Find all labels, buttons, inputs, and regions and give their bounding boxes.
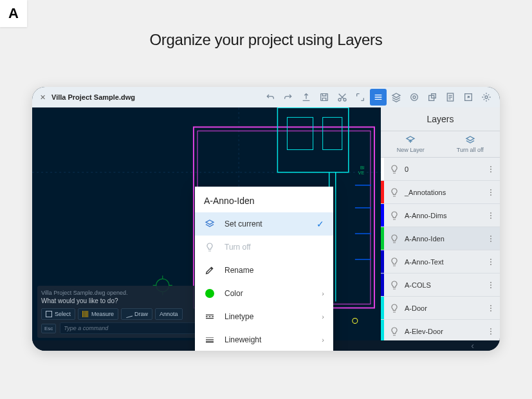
marketing-headline: Organize your project using Layers — [0, 31, 532, 49]
svg-text:BI: BI — [360, 165, 365, 170]
context-menu-item-color[interactable]: Color› — [195, 282, 333, 305]
layer-options-icon[interactable] — [486, 305, 496, 311]
back-icon[interactable]: ‹ — [471, 340, 474, 351]
context-menu-label: Lineweight — [225, 335, 261, 344]
context-menu-item-linetype[interactable]: Linetype› — [195, 305, 333, 328]
command-prompt: What would you like to do? — [41, 297, 201, 304]
layer-color-strip — [381, 320, 384, 340]
blocks-icon[interactable] — [424, 89, 441, 106]
svg-point-9 — [485, 96, 488, 98]
chevron-right-icon: › — [322, 336, 324, 344]
tablet-frame: ✕ Villa Project Sample.dwg — [32, 87, 500, 351]
layer-row[interactable]: A-COLS — [381, 274, 500, 297]
context-menu-item-turn-off: Turn off — [195, 236, 333, 259]
svg-point-4 — [413, 96, 416, 98]
chevron-right-icon: › — [322, 290, 324, 297]
color-dot-icon — [204, 288, 216, 299]
svg-point-3 — [411, 94, 418, 101]
panel-toggle-icon[interactable] — [370, 89, 387, 106]
tool-draw[interactable]: Draw — [121, 308, 152, 320]
tool-measure[interactable]: Measure — [78, 308, 118, 320]
layer-color-strip — [381, 181, 384, 203]
layer-options-icon[interactable] — [486, 328, 496, 335]
layer-color-strip — [381, 204, 384, 227]
svg-point-25 — [353, 319, 358, 324]
command-status: Villa Project Sample.dwg opened. — [41, 290, 201, 296]
layer-name: A-COLS — [405, 281, 486, 289]
layer-name: A-Elev-Door — [405, 328, 486, 335]
visibility-icon[interactable] — [389, 210, 399, 221]
layer-color-strip — [381, 158, 384, 180]
layer-row[interactable]: A-Door — [381, 297, 500, 320]
layer-name: A-Anno-Text — [405, 258, 486, 266]
context-menu-label: Linetype — [225, 312, 253, 321]
layer-options-icon[interactable] — [486, 282, 496, 288]
context-menu-label: Set current — [225, 219, 262, 228]
context-menu-item-lineweight[interactable]: Lineweight› — [195, 328, 333, 351]
layer-row[interactable]: A-Anno-Dims — [381, 204, 500, 227]
undo-icon[interactable] — [262, 89, 279, 106]
svg-rect-0 — [321, 94, 328, 101]
expand-icon[interactable] — [352, 89, 369, 106]
file-title: Villa Project Sample.dwg — [51, 93, 135, 101]
settings-icon[interactable] — [478, 89, 495, 106]
cut-icon[interactable] — [334, 89, 351, 106]
properties-icon[interactable] — [442, 89, 459, 106]
upload-icon[interactable] — [298, 89, 315, 106]
export-icon[interactable] — [460, 89, 477, 106]
layer-row[interactable]: A-Elev-Door — [381, 320, 500, 340]
visibility-icon[interactable] — [389, 257, 399, 267]
tool-select[interactable]: Select — [41, 308, 75, 320]
layer-name: A-Anno-Iden — [405, 235, 486, 243]
save-icon[interactable] — [316, 89, 333, 106]
layer-color-strip — [381, 227, 384, 250]
layer-row[interactable]: A-Anno-Text — [381, 250, 500, 274]
view-icon[interactable] — [406, 89, 423, 106]
layer-options-icon[interactable] — [486, 189, 496, 196]
visibility-icon[interactable] — [389, 164, 399, 174]
layer-name: _Annotations — [405, 189, 486, 196]
svg-rect-16 — [323, 117, 342, 149]
chevron-right-icon: › — [322, 313, 324, 320]
layers-icon[interactable] — [388, 89, 405, 106]
header-toolbar — [262, 89, 495, 106]
redo-icon[interactable] — [280, 89, 297, 106]
layers-icon — [204, 218, 216, 230]
app-header: ✕ Villa Project Sample.dwg — [32, 87, 500, 107]
layer-row[interactable]: A-Anno-Iden — [381, 227, 500, 250]
layer-name: A-Door — [405, 304, 486, 312]
visibility-icon[interactable] — [389, 280, 399, 290]
layers-panel: Layers New Layer Turn all off 0_Annotati… — [381, 107, 500, 340]
lineweight-icon — [204, 334, 216, 346]
context-menu-item-set-current[interactable]: Set current✓ — [195, 212, 333, 236]
context-menu-item-rename[interactable]: Rename — [195, 259, 333, 282]
new-layer-button[interactable]: New Layer — [381, 131, 441, 157]
linetype-icon — [204, 311, 216, 322]
visibility-icon[interactable] — [389, 234, 399, 244]
layer-name: A-Anno-Dims — [405, 212, 486, 219]
turn-all-off-button[interactable]: Turn all off — [441, 131, 500, 157]
esc-key[interactable]: Esc — [41, 324, 56, 333]
close-icon[interactable]: ✕ — [37, 93, 48, 102]
context-menu-label: Rename — [225, 266, 253, 275]
layer-options-icon[interactable] — [486, 166, 496, 172]
tool-annotate[interactable]: Annota — [155, 308, 183, 320]
context-menu-label: Turn off — [225, 243, 251, 252]
svg-text:VE: VE — [358, 171, 365, 175]
layer-options-icon[interactable] — [486, 259, 496, 265]
layer-color-strip — [381, 297, 384, 319]
svg-rect-15 — [287, 117, 313, 149]
layer-options-icon[interactable] — [486, 212, 496, 219]
layer-color-strip — [381, 250, 384, 273]
visibility-icon[interactable] — [389, 326, 399, 337]
visibility-icon[interactable] — [389, 187, 399, 198]
layer-row[interactable]: _Annotations — [381, 181, 500, 204]
layer-color-strip — [381, 274, 384, 296]
layer-row[interactable]: 0 — [381, 158, 500, 181]
check-icon: ✓ — [316, 219, 324, 229]
rename-icon — [204, 264, 216, 276]
layers-panel-title: Layers — [381, 107, 500, 131]
layer-options-icon[interactable] — [486, 236, 496, 242]
visibility-icon[interactable] — [389, 303, 399, 313]
command-input[interactable]: Type a command — [60, 322, 201, 334]
